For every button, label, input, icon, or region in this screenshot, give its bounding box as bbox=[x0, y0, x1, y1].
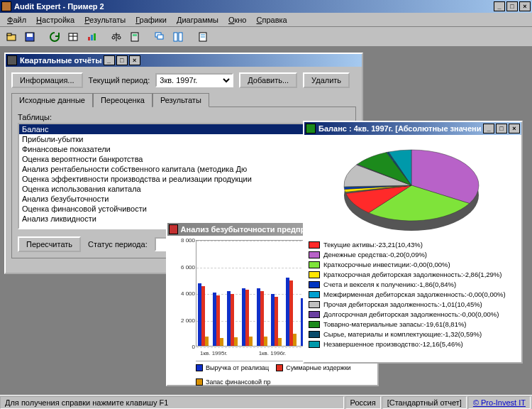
tab-results[interactable]: Результаты bbox=[153, 93, 209, 107]
legend-item: Выручка от реализац bbox=[196, 364, 269, 371]
recalc-button[interactable]: Пересчитать bbox=[18, 236, 81, 252]
list-item[interactable]: Финансовые показатели bbox=[19, 144, 318, 154]
legend-item: Прочая дебиторская задолженность:-1,01(1… bbox=[309, 300, 517, 310]
tables-label: Таблицы: bbox=[18, 113, 350, 121]
svg-rect-1 bbox=[7, 33, 11, 36]
reports-maximize[interactable]: □ bbox=[116, 55, 128, 65]
reports-close[interactable]: × bbox=[129, 55, 140, 65]
list-item[interactable]: Оценка финансовой устойчивости bbox=[19, 204, 318, 214]
app-icon bbox=[1, 1, 11, 11]
svg-rect-8 bbox=[91, 35, 93, 40]
statusbar: Для получения справки нажмите клавишу F1… bbox=[0, 395, 532, 409]
list-item[interactable]: Оценка вероятности банкротства bbox=[19, 154, 318, 164]
app-title: Audit Expert - Пример 2 bbox=[14, 0, 104, 13]
tool-balance-icon[interactable] bbox=[108, 29, 124, 45]
barchart-icon bbox=[169, 224, 178, 234]
legend-item: Денежные средства:-0,20(0,09%) bbox=[309, 250, 517, 260]
svg-rect-15 bbox=[133, 34, 137, 36]
pie-chart bbox=[309, 139, 514, 239]
status-country: Россия bbox=[345, 396, 381, 409]
piechart-close[interactable]: × bbox=[509, 124, 520, 133]
mdi-area: Квартальные отчёты _ □ × Информация... Т… bbox=[0, 47, 532, 395]
status-link[interactable]: © Pro-Invest IT bbox=[468, 396, 531, 409]
app-titlebar: Audit Expert - Пример 2 _ □ × bbox=[0, 0, 532, 13]
list-item[interactable]: Анализ рентабельности собственного капит… bbox=[19, 164, 318, 174]
status-hint: Для получения справки нажмите клавишу F1 bbox=[0, 396, 344, 409]
legend-item: Межфирменная дебиторская задолженность:-… bbox=[309, 290, 517, 300]
svg-rect-19 bbox=[179, 33, 182, 41]
svg-point-13 bbox=[118, 36, 121, 39]
piechart-title: Баланс : 4кв. 1997г. [Абсолютные значени… bbox=[318, 124, 482, 133]
tool-chart-icon[interactable] bbox=[83, 29, 99, 45]
menu-results[interactable]: Результаты bbox=[80, 14, 130, 26]
svg-rect-7 bbox=[88, 37, 90, 40]
delete-button[interactable]: Удалить bbox=[303, 72, 350, 88]
menu-charts[interactable]: Графики bbox=[131, 14, 171, 26]
reports-titlebar[interactable]: Квартальные отчёты _ □ × bbox=[6, 54, 362, 67]
info-button[interactable]: Информация... bbox=[11, 72, 83, 88]
tool-refresh-icon[interactable] bbox=[46, 29, 62, 45]
minimize-button[interactable]: _ bbox=[494, 1, 505, 11]
status-report: [Стандартный отчет] bbox=[382, 396, 467, 409]
legend-item: Товарно-материальные запасы:-19,61(8,81%… bbox=[309, 320, 517, 329]
tab-reval[interactable]: Переоценка bbox=[93, 93, 153, 107]
legend-item: Долгосрочная дебиторская задолженность:-… bbox=[309, 310, 517, 320]
toolbar bbox=[0, 27, 532, 47]
legend-item: Текущие активы:-23,21(10,43%) bbox=[309, 240, 517, 250]
reports-icon bbox=[7, 55, 17, 65]
svg-point-12 bbox=[112, 36, 115, 39]
legend-item: Незавершенное производство:-12,16(5,46%) bbox=[309, 339, 517, 349]
legend-item: Краткосрочные инвестиции:-0,00(0,00%) bbox=[309, 260, 517, 270]
list-item[interactable]: Баланс bbox=[19, 124, 318, 134]
list-item[interactable]: Анализ безубыточности bbox=[19, 194, 318, 204]
tool-save-icon[interactable] bbox=[21, 29, 38, 45]
piechart-minimize[interactable]: _ bbox=[483, 124, 494, 133]
tool-cascade-icon[interactable] bbox=[151, 29, 167, 45]
menu-diagrams[interactable]: Диаграммы bbox=[172, 14, 223, 26]
legend-item: Краткосрочная дебиторская задолженность:… bbox=[309, 270, 517, 280]
period-label: Текущий период: bbox=[89, 76, 150, 84]
menu-settings[interactable]: Настройка bbox=[32, 14, 79, 26]
tabstrip: Исходные данные Переоценка Результаты bbox=[11, 92, 356, 107]
list-item[interactable]: Оценка использования капитала bbox=[19, 184, 318, 194]
legend-item: Сырье, материалы и комплектующие:-1,32(0… bbox=[309, 329, 517, 339]
tab-source[interactable]: Исходные данные bbox=[11, 93, 93, 107]
piechart-titlebar[interactable]: Баланс : 4кв. 1997г. [Абсолютные значени… bbox=[304, 122, 521, 135]
piechart-window: Баланс : 4кв. 1997г. [Абсолютные значени… bbox=[303, 121, 523, 364]
status-period-label: Статус периода: bbox=[88, 240, 148, 249]
tables-listbox[interactable]: БалансПрибыли-убыткиФинансовые показател… bbox=[18, 123, 320, 229]
period-combo[interactable]: 3кв. 1997г. bbox=[155, 73, 233, 87]
svg-rect-18 bbox=[174, 33, 177, 41]
tool-table-icon[interactable] bbox=[65, 29, 81, 45]
list-item[interactable]: Прибыли-убытки bbox=[19, 134, 318, 144]
svg-rect-9 bbox=[94, 33, 96, 40]
add-button[interactable]: Добавить... bbox=[239, 72, 297, 88]
svg-rect-3 bbox=[27, 33, 33, 37]
tool-open-icon[interactable] bbox=[3, 29, 19, 45]
menubar: Файл Настройка Результаты Графики Диагра… bbox=[0, 13, 532, 27]
piechart-icon bbox=[306, 124, 316, 133]
menu-help[interactable]: Справка bbox=[253, 14, 292, 26]
svg-rect-17 bbox=[157, 35, 163, 39]
piechart-maximize[interactable]: □ bbox=[496, 124, 507, 133]
reports-title: Квартальные отчёты bbox=[20, 56, 102, 65]
tool-report-icon[interactable] bbox=[194, 29, 211, 45]
menu-window[interactable]: Окно bbox=[224, 14, 251, 26]
pie-chart-legend: Текущие активы:-23,21(10,43%)Денежные ср… bbox=[309, 240, 517, 349]
legend-item: Запас финансовой пр bbox=[196, 378, 270, 386]
tool-tile-icon[interactable] bbox=[170, 29, 186, 45]
menu-file[interactable]: Файл bbox=[3, 14, 31, 26]
close-button[interactable]: × bbox=[519, 1, 531, 11]
svg-rect-14 bbox=[131, 33, 138, 41]
legend-item: Суммарные издержки bbox=[276, 364, 350, 371]
maximize-button[interactable]: □ bbox=[506, 1, 518, 11]
bar-chart-legend: Выручка от реализацСуммарные издержкиЗап… bbox=[196, 361, 373, 386]
tool-calc-icon[interactable] bbox=[126, 29, 143, 45]
reports-minimize[interactable]: _ bbox=[104, 55, 115, 65]
legend-item: Счета и векселя к получению:-1,86(0,84%) bbox=[309, 280, 517, 290]
list-item[interactable]: Оценка эффективности производства и реал… bbox=[19, 174, 318, 184]
